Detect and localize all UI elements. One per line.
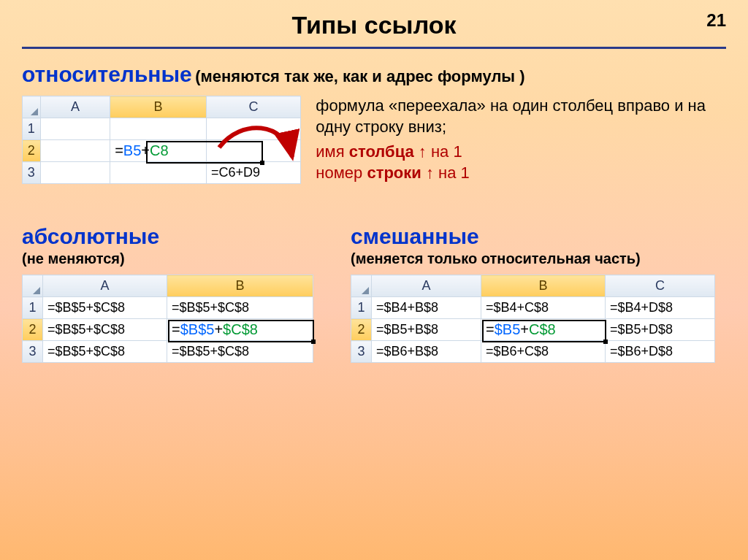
col-a: A bbox=[372, 275, 481, 297]
heading-absolute: абсолютные bbox=[22, 224, 329, 249]
cell-b3: =$B6+C$8 bbox=[481, 341, 606, 363]
corner-cell bbox=[351, 275, 372, 297]
cell-c1: =$B4+D$8 bbox=[606, 297, 715, 319]
divider bbox=[22, 47, 726, 49]
cell-b2: =$B5+C$8 bbox=[481, 319, 606, 341]
cell-b2: =$B$5+$C$8 bbox=[167, 319, 313, 341]
row-3: 3 bbox=[23, 341, 43, 363]
page-title: Типы ссылок bbox=[22, 11, 726, 39]
grid-mixed: A B C 1 =$B4+B$8 =$B4+C$8 =$B4+D$8 2 =$B… bbox=[351, 275, 715, 363]
row-3: 3 bbox=[23, 162, 41, 184]
plus: + bbox=[141, 142, 150, 158]
col-b: B bbox=[481, 275, 606, 297]
section-relative: относительные (меняются так же, как и ад… bbox=[22, 62, 726, 87]
corner-cell bbox=[23, 96, 41, 118]
cell-c2: =$B5+D$8 bbox=[606, 319, 715, 341]
row-1: 1 bbox=[23, 297, 43, 319]
section-absolute: абсолютные (не меняются) A B 1 =$B$5+$C$… bbox=[22, 224, 329, 366]
note-mixed: (меняется только относительная часть) bbox=[351, 250, 726, 267]
explain-line2: имя столбца ↑ на 1 номер строки ↑ на 1 bbox=[316, 142, 726, 183]
ref-c8-mix: C$8 bbox=[529, 321, 556, 337]
row-2: 2 bbox=[23, 140, 41, 162]
col-c: C bbox=[206, 96, 300, 118]
ref-b5-abs: $B$5 bbox=[180, 321, 215, 337]
cell-a3: =$B$5+$C$8 bbox=[43, 341, 167, 363]
cell-a2: =$B$5+$C$8 bbox=[43, 319, 167, 341]
col-c: C bbox=[606, 275, 715, 297]
plus: + bbox=[214, 321, 223, 337]
note-relative: (меняются так же, как и адрес формулы ) bbox=[195, 67, 524, 85]
note-absolute: (не меняются) bbox=[22, 250, 329, 267]
cell-b3: =$B$5+$C$8 bbox=[167, 341, 313, 363]
heading-relative: относительные bbox=[22, 62, 192, 86]
row-3: 3 bbox=[351, 341, 372, 363]
cell-a1: =$B$5+$C$8 bbox=[43, 297, 167, 319]
cell-c3: =$B6+D$8 bbox=[606, 341, 715, 363]
eq: = bbox=[115, 142, 123, 158]
cell-b2: =B5+C8 bbox=[110, 140, 207, 162]
cell-b1: =$B4+C$8 bbox=[481, 297, 606, 319]
ref-c8-abs: $C$8 bbox=[223, 321, 258, 337]
eq: = bbox=[486, 321, 495, 337]
page-number: 21 bbox=[706, 10, 726, 31]
col-a: A bbox=[40, 96, 110, 118]
row-2: 2 bbox=[23, 319, 43, 341]
eq: = bbox=[172, 321, 180, 337]
grid-relative: A B C 1 2 =B5+C8 3 =C6+D9 bbox=[22, 96, 301, 184]
row-2: 2 bbox=[351, 319, 372, 341]
cell-b1: =$B$5+$C$8 bbox=[167, 297, 313, 319]
ref-c8: C8 bbox=[150, 142, 169, 158]
row-1: 1 bbox=[351, 297, 372, 319]
col-b: B bbox=[110, 96, 207, 118]
cell-c3: =C6+D9 bbox=[206, 162, 300, 184]
col-b: B bbox=[167, 275, 313, 297]
explain-relative: формула «переехала» на один столбец впра… bbox=[316, 96, 726, 183]
row-1: 1 bbox=[23, 118, 41, 140]
cell-a1: =$B4+B$8 bbox=[372, 297, 481, 319]
plus: + bbox=[520, 321, 529, 337]
grid-absolute: A B 1 =$B$5+$C$8 =$B$5+$C$8 2 =$B$5+$C$8… bbox=[22, 275, 313, 363]
ref-b5: B5 bbox=[123, 142, 141, 158]
explain-line1: формула «переехала» на один столбец впра… bbox=[316, 96, 726, 137]
ref-b5-mix: $B5 bbox=[495, 321, 521, 337]
grid-relative-wrap: A B C 1 2 =B5+C8 3 =C6+D9 bbox=[22, 96, 301, 184]
section-mixed: смешанные (меняется только относительная… bbox=[351, 224, 726, 366]
cell-a2: =$B5+B$8 bbox=[372, 319, 481, 341]
cell-a3: =$B6+B$8 bbox=[372, 341, 481, 363]
corner-cell bbox=[23, 275, 43, 297]
col-a: A bbox=[43, 275, 167, 297]
heading-mixed: смешанные bbox=[351, 224, 726, 249]
